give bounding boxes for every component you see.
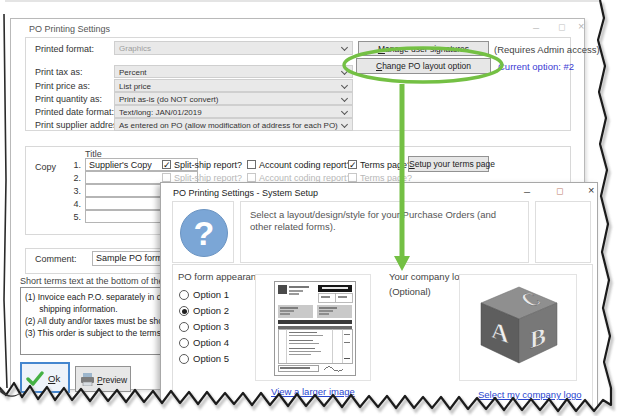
spacer-box (535, 201, 591, 263)
manage-label: anage user signatures (385, 44, 469, 54)
print-supplier-dropdown[interactable]: As entered on PO (allow modification of … (114, 118, 353, 131)
po-appearance-radio[interactable] (179, 338, 189, 348)
ok-button[interactable]: Ok (20, 362, 70, 393)
question-icon: ? (180, 209, 228, 257)
terms-page-label-1: Terms page? (360, 160, 412, 170)
setup-terms-page-button[interactable]: Setup your terms page (408, 156, 489, 172)
po-form-preview-box (255, 274, 371, 381)
minimize-icon[interactable]: – (524, 186, 530, 197)
po-appearance-radio[interactable] (179, 322, 189, 332)
view-larger-image-link[interactable]: View a larger image (271, 386, 355, 397)
maximize-icon[interactable]: ◻ (556, 186, 563, 197)
preview-label: review (103, 375, 128, 385)
printed-date-dropdown[interactable]: Text/long: JAN/01/2019 (114, 105, 353, 118)
current-option-note: Current option: #2 (498, 61, 574, 72)
change-po-layout-button[interactable]: Change PO layout option (356, 58, 491, 74)
setup-label: etup your terms page (415, 159, 495, 169)
copy-row-num: 4. (67, 199, 81, 209)
ok-label: k (55, 373, 60, 384)
manage-accel: M (378, 44, 385, 54)
split-ship-label-1: Split-ship report? (174, 160, 242, 170)
system-setup-title: PO Printing Settings - System Setup (173, 188, 318, 198)
screenshot-canvas: PO Printing Settings – ◻ × Printed forma… (0, 0, 620, 416)
copy-row-num: 2. (67, 173, 81, 183)
terms-page-checkbox-1[interactable]: ✓ (348, 160, 357, 169)
print-price-dropdown[interactable]: List price (114, 79, 353, 92)
account-coding-checkbox-2 (247, 173, 256, 182)
po-appearance-radio[interactable] (179, 306, 189, 316)
po-form-thumbnail (274, 281, 356, 376)
print-tax-label: Print tax as: (35, 67, 83, 77)
admin-note: (Requires Admin access) (494, 44, 600, 55)
po-appearance-radio[interactable] (179, 354, 189, 364)
option-label-3: Option 3 (193, 321, 229, 332)
copy-row-num: 5. (67, 212, 81, 222)
check-icon (26, 371, 44, 386)
printed-date-label: Printed date format: (35, 107, 114, 117)
split-ship-checkbox-2 (162, 173, 171, 182)
close-icon[interactable]: × (588, 185, 594, 196)
setup-message: Select a layout/design/style for your Pu… (250, 209, 520, 233)
dialog-title: PO Printing Settings (29, 24, 110, 34)
copy-row-num: 1. (67, 160, 81, 170)
print-quantity-label: Print quantity as: (35, 94, 102, 104)
print-quantity-dropdown[interactable]: Print as-is (do NOT convert) (114, 92, 353, 105)
split-ship-checkbox-1[interactable]: ✓ (162, 160, 171, 169)
printer-icon (80, 373, 95, 386)
printed-format-label: Printed format: (35, 44, 94, 54)
account-coding-label-1: Account coding report? (259, 160, 352, 170)
maximize-icon[interactable]: ◻ (558, 22, 565, 33)
message-box: Select a layout/design/style for your Pu… (240, 201, 529, 263)
copy-row-num: 3. (67, 186, 81, 196)
company-logo-optional: (Optional) (389, 286, 431, 297)
option-label-4: Option 4 (193, 337, 229, 348)
copy-label: Copy (35, 162, 56, 172)
question-icon-box: ? (172, 201, 234, 263)
option-label-5: Option 5 (193, 353, 229, 364)
system-setup-dialog: PO Printing Settings - System Setup – ◻ … (160, 182, 598, 416)
option-label-2: Option 2 (193, 305, 229, 316)
manage-user-signatures-button[interactable]: Manage user signatures (358, 41, 489, 56)
change-label: hange PO layout option (382, 61, 471, 71)
comment-label: Comment: (35, 254, 77, 264)
terms-page-checkbox-2 (348, 173, 357, 182)
print-tax-dropdown[interactable]: Percent (114, 65, 353, 78)
account-coding-checkbox-1[interactable] (247, 160, 256, 169)
preview-button[interactable]: Preview (75, 366, 131, 392)
printed-format-dropdown[interactable]: Graphics (114, 41, 353, 55)
company-logo-box: C A B (459, 274, 577, 381)
select-company-logo-link[interactable]: Select my company logo (478, 389, 582, 400)
print-supplier-label: Print supplier address: (35, 120, 125, 130)
print-price-label: Print price as: (35, 81, 90, 91)
option-label-1: Option 1 (193, 289, 229, 300)
abc-cube-logo: C A B (469, 279, 569, 377)
po-appearance-radio[interactable] (179, 290, 189, 300)
left-edge-line (4, 14, 7, 388)
minimize-icon[interactable]: – (533, 22, 539, 33)
short-terms-label: Short terms text at the bottom of the do (20, 276, 176, 286)
close-icon[interactable]: × (578, 21, 584, 32)
